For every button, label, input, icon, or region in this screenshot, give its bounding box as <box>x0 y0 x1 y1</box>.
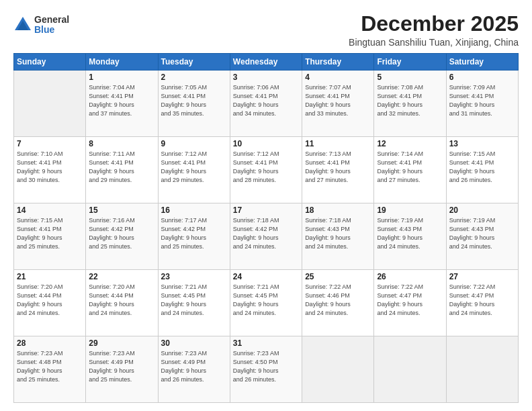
day-number: 2 <box>161 73 227 82</box>
day-info: Sunrise: 7:23 AM Sunset: 4:48 PM Dayligh… <box>17 349 83 384</box>
day-number: 7 <box>17 139 83 148</box>
week-row-4: 21Sunrise: 7:20 AM Sunset: 4:44 PM Dayli… <box>14 270 519 336</box>
day-info: Sunrise: 7:12 AM Sunset: 4:41 PM Dayligh… <box>161 150 227 185</box>
logo-general: General <box>34 15 69 25</box>
day-info: Sunrise: 7:19 AM Sunset: 4:43 PM Dayligh… <box>449 216 515 251</box>
day-cell: 9Sunrise: 7:12 AM Sunset: 4:41 PM Daylig… <box>158 137 230 203</box>
day-cell: 3Sunrise: 7:06 AM Sunset: 4:41 PM Daylig… <box>230 71 302 137</box>
day-cell: 8Sunrise: 7:11 AM Sunset: 4:41 PM Daylig… <box>86 137 158 203</box>
day-cell: 7Sunrise: 7:10 AM Sunset: 4:41 PM Daylig… <box>14 137 86 203</box>
main-title: December 2025 <box>349 12 519 36</box>
day-cell <box>446 336 518 403</box>
day-number: 23 <box>161 272 227 281</box>
week-row-2: 7Sunrise: 7:10 AM Sunset: 4:41 PM Daylig… <box>14 137 519 203</box>
day-info: Sunrise: 7:16 AM Sunset: 4:42 PM Dayligh… <box>89 216 154 251</box>
day-info: Sunrise: 7:13 AM Sunset: 4:41 PM Dayligh… <box>305 150 371 185</box>
day-cell: 24Sunrise: 7:21 AM Sunset: 4:45 PM Dayli… <box>230 270 302 336</box>
day-info: Sunrise: 7:05 AM Sunset: 4:41 PM Dayligh… <box>161 83 227 118</box>
day-number: 19 <box>377 205 443 215</box>
day-info: Sunrise: 7:21 AM Sunset: 4:45 PM Dayligh… <box>161 283 227 318</box>
day-number: 29 <box>89 338 154 348</box>
day-number: 31 <box>233 338 299 348</box>
day-info: Sunrise: 7:22 AM Sunset: 4:47 PM Dayligh… <box>377 283 443 318</box>
day-cell: 26Sunrise: 7:22 AM Sunset: 4:47 PM Dayli… <box>374 270 446 336</box>
day-info: Sunrise: 7:23 AM Sunset: 4:49 PM Dayligh… <box>89 349 154 384</box>
day-number: 5 <box>377 73 443 82</box>
day-info: Sunrise: 7:22 AM Sunset: 4:47 PM Dayligh… <box>449 283 515 318</box>
day-info: Sunrise: 7:18 AM Sunset: 4:42 PM Dayligh… <box>233 216 299 251</box>
day-info: Sunrise: 7:15 AM Sunset: 4:41 PM Dayligh… <box>449 150 515 185</box>
day-info: Sunrise: 7:07 AM Sunset: 4:41 PM Dayligh… <box>305 83 371 118</box>
col-header-sunday: Sunday <box>14 54 86 71</box>
day-cell: 17Sunrise: 7:18 AM Sunset: 4:42 PM Dayli… <box>230 203 302 270</box>
subtitle: Bingtuan Sanshiliu Tuan, Xinjiang, China <box>349 37 519 48</box>
page: General Blue December 2025 Bingtuan Sans… <box>0 0 532 411</box>
logo-icon <box>13 15 32 34</box>
day-number: 1 <box>89 73 154 82</box>
day-number: 10 <box>233 139 299 148</box>
day-cell: 18Sunrise: 7:18 AM Sunset: 4:43 PM Dayli… <box>302 203 374 270</box>
day-cell: 16Sunrise: 7:17 AM Sunset: 4:42 PM Dayli… <box>158 203 230 270</box>
day-number: 20 <box>449 205 515 215</box>
day-number: 16 <box>161 205 227 215</box>
day-cell: 13Sunrise: 7:15 AM Sunset: 4:41 PM Dayli… <box>446 137 518 203</box>
day-cell: 25Sunrise: 7:22 AM Sunset: 4:46 PM Dayli… <box>302 270 374 336</box>
day-info: Sunrise: 7:11 AM Sunset: 4:41 PM Dayligh… <box>89 150 154 185</box>
day-cell: 5Sunrise: 7:08 AM Sunset: 4:41 PM Daylig… <box>374 71 446 137</box>
day-info: Sunrise: 7:17 AM Sunset: 4:42 PM Dayligh… <box>161 216 227 251</box>
day-cell: 2Sunrise: 7:05 AM Sunset: 4:41 PM Daylig… <box>158 71 230 137</box>
day-cell <box>374 336 446 403</box>
day-number: 28 <box>17 338 83 348</box>
day-cell: 15Sunrise: 7:16 AM Sunset: 4:42 PM Dayli… <box>86 203 158 270</box>
day-cell: 1Sunrise: 7:04 AM Sunset: 4:41 PM Daylig… <box>86 71 158 137</box>
logo: General Blue <box>13 15 69 36</box>
day-number: 6 <box>449 73 515 82</box>
day-info: Sunrise: 7:10 AM Sunset: 4:41 PM Dayligh… <box>17 150 83 185</box>
day-info: Sunrise: 7:08 AM Sunset: 4:41 PM Dayligh… <box>377 83 443 118</box>
day-number: 22 <box>89 272 154 281</box>
day-info: Sunrise: 7:09 AM Sunset: 4:41 PM Dayligh… <box>449 83 515 118</box>
day-info: Sunrise: 7:15 AM Sunset: 4:41 PM Dayligh… <box>17 216 83 251</box>
day-cell: 4Sunrise: 7:07 AM Sunset: 4:41 PM Daylig… <box>302 71 374 137</box>
day-number: 27 <box>449 272 515 281</box>
day-info: Sunrise: 7:12 AM Sunset: 4:41 PM Dayligh… <box>233 150 299 185</box>
day-cell: 28Sunrise: 7:23 AM Sunset: 4:48 PM Dayli… <box>14 336 86 403</box>
day-number: 4 <box>305 73 371 82</box>
day-cell <box>14 71 86 137</box>
day-cell: 29Sunrise: 7:23 AM Sunset: 4:49 PM Dayli… <box>86 336 158 403</box>
day-cell: 22Sunrise: 7:20 AM Sunset: 4:44 PM Dayli… <box>86 270 158 336</box>
day-info: Sunrise: 7:20 AM Sunset: 4:44 PM Dayligh… <box>89 283 154 318</box>
day-info: Sunrise: 7:20 AM Sunset: 4:44 PM Dayligh… <box>17 283 83 318</box>
day-number: 17 <box>233 205 299 215</box>
day-number: 13 <box>449 139 515 148</box>
day-number: 30 <box>161 338 227 348</box>
day-number: 14 <box>17 205 83 215</box>
day-cell: 27Sunrise: 7:22 AM Sunset: 4:47 PM Dayli… <box>446 270 518 336</box>
calendar-table: SundayMondayTuesdayWednesdayThursdayFrid… <box>13 53 519 403</box>
day-info: Sunrise: 7:18 AM Sunset: 4:43 PM Dayligh… <box>305 216 371 251</box>
day-cell <box>302 336 374 403</box>
day-number: 24 <box>233 272 299 281</box>
day-number: 9 <box>161 139 227 148</box>
logo-blue: Blue <box>34 25 69 35</box>
day-info: Sunrise: 7:14 AM Sunset: 4:41 PM Dayligh… <box>377 150 443 185</box>
day-info: Sunrise: 7:06 AM Sunset: 4:41 PM Dayligh… <box>233 83 299 118</box>
day-cell: 12Sunrise: 7:14 AM Sunset: 4:41 PM Dayli… <box>374 137 446 203</box>
day-number: 18 <box>305 205 371 215</box>
day-number: 3 <box>233 73 299 82</box>
day-info: Sunrise: 7:23 AM Sunset: 4:49 PM Dayligh… <box>161 349 227 384</box>
day-cell: 14Sunrise: 7:15 AM Sunset: 4:41 PM Dayli… <box>14 203 86 270</box>
day-cell: 21Sunrise: 7:20 AM Sunset: 4:44 PM Dayli… <box>14 270 86 336</box>
header: General Blue December 2025 Bingtuan Sans… <box>13 12 519 48</box>
day-cell: 10Sunrise: 7:12 AM Sunset: 4:41 PM Dayli… <box>230 137 302 203</box>
header-row: SundayMondayTuesdayWednesdayThursdayFrid… <box>14 54 519 71</box>
day-number: 8 <box>89 139 154 148</box>
day-number: 25 <box>305 272 371 281</box>
week-row-5: 28Sunrise: 7:23 AM Sunset: 4:48 PM Dayli… <box>14 336 519 403</box>
col-header-monday: Monday <box>86 54 158 71</box>
col-header-tuesday: Tuesday <box>158 54 230 71</box>
day-cell: 30Sunrise: 7:23 AM Sunset: 4:49 PM Dayli… <box>158 336 230 403</box>
day-number: 11 <box>305 139 371 148</box>
day-cell: 20Sunrise: 7:19 AM Sunset: 4:43 PM Dayli… <box>446 203 518 270</box>
col-header-saturday: Saturday <box>446 54 518 71</box>
